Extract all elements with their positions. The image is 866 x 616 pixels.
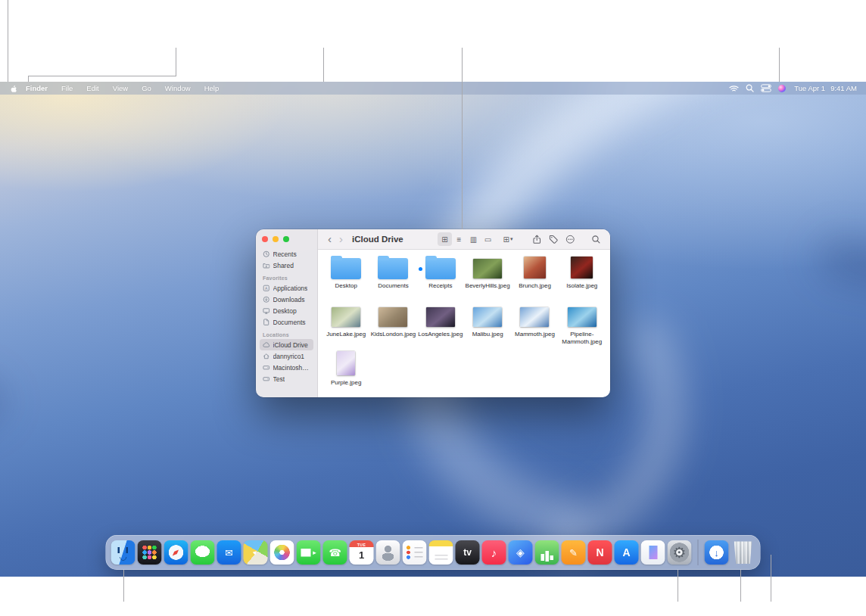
file-item-receipts[interactable]: Receipts [417,253,464,301]
apps-icon [263,285,270,292]
menu-finder[interactable]: Finder [19,84,55,92]
sidebar-item-dannyrico1[interactable]: dannyrico1 [260,350,313,362]
file-item-documents[interactable]: Documents [369,253,416,301]
menu-bar-date[interactable]: Tue Apr 1 [794,84,825,92]
menu-file[interactable]: File [55,84,79,92]
contacts-dock-icon[interactable] [376,540,400,565]
group-by-button[interactable]: ⊞ ▾ [498,232,518,246]
apple-menu[interactable] [9,84,17,93]
callout-line [678,570,678,602]
siri-icon[interactable] [778,85,786,92]
columns-view-button[interactable]: ▥ [466,232,481,246]
callout-line [740,570,741,602]
file-item-purple-jpeg[interactable]: Purple.jpeg [322,350,369,397]
phone-dock-icon[interactable]: ☎ [323,540,347,565]
image-thumbnail [473,259,502,278]
sidebar-item-label: Downloads [273,296,305,303]
menu-help[interactable]: Help [198,84,226,92]
sidebar-item-label: Test [273,375,285,383]
file-item-isolate-jpeg[interactable]: Isolate.jpeg [559,253,606,301]
tv-dock-icon[interactable]: tv [456,540,480,565]
tag-icon[interactable] [547,232,560,246]
file-item-mammoth-jpeg[interactable]: Mammoth.jpeg [511,301,558,350]
iphone-mirroring-dock-icon[interactable] [641,540,665,565]
gallery-view-button[interactable]: ▭ [481,232,495,246]
finder-sidebar: RecentsSharedFavoritesApplicationsDownlo… [256,229,318,397]
file-item-beverlyhills-jpeg[interactable]: BeverlyHills.jpeg [464,253,511,301]
sidebar-section-header: Favorites [260,271,313,282]
folder-icon [331,258,361,279]
mail-dock-icon[interactable]: ✉ [217,540,241,565]
news-dock-icon[interactable]: N [588,540,612,565]
search-icon[interactable] [589,232,603,246]
sidebar-item-documents[interactable]: Documents [260,316,313,328]
list-view-button[interactable]: ≡ [452,232,466,246]
app-store-dock-icon[interactable]: A [615,540,639,565]
dock-icon-glyph: ▸ [313,549,316,556]
file-item-pipeline-mammoth-jpeg[interactable]: Pipeline-Mammoth.jpeg [559,301,606,350]
callout-line [462,48,463,229]
apps-dock-icon[interactable] [138,540,162,565]
dock-icon-glyph: ◡ [119,552,126,561]
notes-dock-icon[interactable] [429,540,453,565]
trash-dock-icon[interactable] [731,540,755,565]
dock-icon-glyph: ⚙ [673,545,687,560]
photos-dock-icon[interactable] [270,540,294,565]
file-item-desktop[interactable]: Desktop [322,253,369,301]
finder-window: RecentsSharedFavoritesApplicationsDownlo… [256,229,610,397]
sidebar-item-desktop[interactable]: Desktop [260,305,313,316]
control-center-icon[interactable] [761,84,771,92]
file-name: Mammoth.jpeg [515,331,555,338]
close-button[interactable] [262,236,268,242]
facetime-dock-icon[interactable]: ▸ [297,540,321,565]
reminders-dock-icon[interactable] [403,540,427,565]
icon-view-button[interactable]: ⊞ [438,232,452,246]
file-item-malibu-jpeg[interactable]: Malibu.jpeg [464,301,511,350]
maps-dock-icon[interactable]: ► [244,540,268,565]
sidebar-item-recents[interactable]: Recents [260,248,313,260]
dock-icon-glyph: ♪ [491,547,497,558]
more-icon[interactable] [563,232,577,246]
downloads-dock-icon[interactable]: ↓ [705,540,729,565]
menu-go[interactable]: Go [135,84,158,92]
safari-dock-icon[interactable]: ◆ [164,540,188,565]
calendar-dock-icon[interactable]: TUE1 [350,540,374,565]
sidebar-item-macintosh-hd[interactable]: Macintosh HD [260,362,313,373]
file-item-kidslondon-jpeg[interactable]: KidsLondon.jpeg [369,301,416,350]
minimize-button[interactable] [273,236,279,242]
forward-button[interactable]: › [337,233,345,244]
menu-bar-time[interactable]: 9:41 AM [830,84,857,92]
dock-icon-glyph: ◆ [171,547,182,558]
file-item-losangeles-jpeg[interactable]: LosAngeles.jpeg [417,301,464,350]
finder-dock-icon[interactable]: ◡ [111,540,136,565]
clock-icon [263,250,270,258]
file-item-brunch-jpeg[interactable]: Brunch.jpeg [511,253,558,301]
image-thumbnail [337,351,355,375]
sidebar-item-icloud-drive[interactable]: iCloud Drive [260,339,313,350]
image-thumbnail [426,307,455,327]
shortcuts-dock-icon[interactable]: ◈ [509,540,533,565]
menu-bar: FinderFileEditViewGoWindowHelp [0,82,866,95]
sidebar-item-test[interactable]: Test [260,373,313,384]
file-item-junelake-jpeg[interactable]: JuneLake.jpeg [322,301,369,350]
pages-dock-icon[interactable]: ✎ [562,540,586,565]
numbers-dock-icon[interactable] [535,540,559,565]
messages-dock-icon[interactable] [191,540,215,565]
sidebar-item-shared[interactable]: Shared [260,260,313,271]
zoom-button[interactable] [283,236,289,242]
music-dock-icon[interactable]: ♪ [482,540,506,565]
sidebar-item-downloads[interactable]: Downloads [260,294,313,305]
sidebar-item-applications[interactable]: Applications [260,282,313,294]
share-icon[interactable] [530,232,544,246]
dock-icon-top-label: TUE [350,543,374,547]
menu-view[interactable]: View [106,84,135,92]
image-thumbnail [524,257,546,278]
file-name: BeverlyHills.jpeg [466,282,510,290]
menu-edit[interactable]: Edit [79,84,105,92]
dock-icon-glyph: tv [463,548,472,557]
system-settings-dock-icon[interactable]: ⚙ [668,540,692,565]
back-button[interactable]: ‹ [326,233,334,244]
wifi-icon[interactable] [729,85,739,92]
spotlight-search-icon[interactable] [746,84,754,92]
menu-window[interactable]: Window [158,84,198,92]
